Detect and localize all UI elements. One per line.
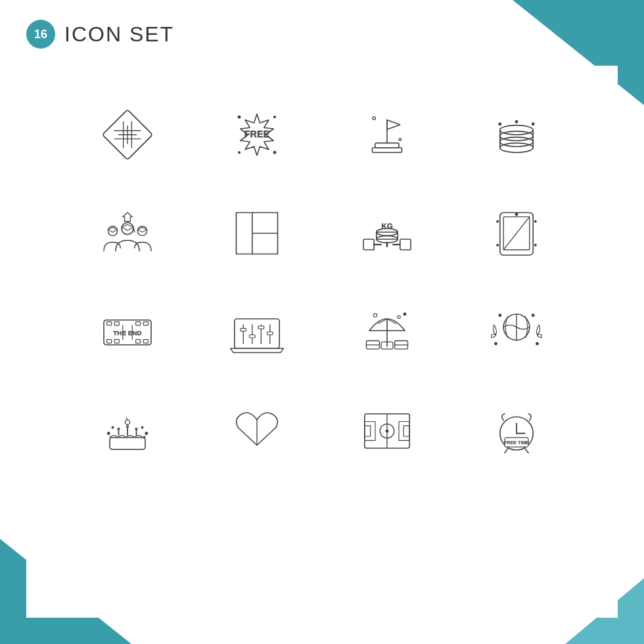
svg-rect-62 bbox=[143, 340, 148, 343]
svg-point-50 bbox=[497, 221, 499, 223]
svg-point-11 bbox=[239, 152, 241, 154]
icon-weight-barbell[interactable]: KG bbox=[325, 191, 449, 276]
svg-line-31 bbox=[133, 227, 135, 232]
svg-line-48 bbox=[503, 217, 530, 250]
svg-point-53 bbox=[535, 244, 537, 246]
icon-layout-grid[interactable] bbox=[196, 191, 319, 276]
svg-point-21 bbox=[500, 131, 533, 141]
svg-point-89 bbox=[532, 314, 535, 317]
svg-point-99 bbox=[145, 432, 148, 435]
icon-alarm-clock[interactable]: FREE TIME bbox=[455, 388, 579, 473]
svg-point-16 bbox=[399, 138, 402, 141]
svg-line-115 bbox=[525, 448, 528, 453]
svg-point-85 bbox=[403, 313, 406, 315]
svg-point-101 bbox=[141, 426, 143, 428]
svg-point-88 bbox=[499, 314, 501, 317]
svg-point-84 bbox=[398, 315, 401, 319]
svg-point-90 bbox=[495, 342, 497, 345]
svg-point-49 bbox=[515, 213, 518, 216]
svg-rect-61 bbox=[135, 340, 140, 343]
icon-tablet-device[interactable] bbox=[455, 191, 579, 276]
icon-coins-roll[interactable] bbox=[455, 92, 579, 177]
icon-beach-umbrella[interactable] bbox=[325, 289, 449, 375]
page-header: 16 ICON SET bbox=[26, 20, 174, 49]
svg-rect-108 bbox=[365, 426, 371, 436]
badge-number: 16 bbox=[26, 20, 55, 49]
svg-rect-56 bbox=[114, 322, 119, 325]
svg-rect-107 bbox=[365, 422, 375, 441]
svg-rect-60 bbox=[114, 340, 119, 343]
icon-birthday-cake[interactable] bbox=[66, 388, 189, 473]
svg-point-100 bbox=[112, 426, 114, 428]
svg-rect-58 bbox=[143, 322, 148, 325]
svg-line-114 bbox=[505, 448, 508, 453]
icon-soccer-field[interactable] bbox=[325, 388, 449, 473]
svg-point-17 bbox=[500, 143, 533, 152]
svg-line-97 bbox=[126, 417, 127, 420]
svg-rect-12 bbox=[372, 148, 402, 152]
svg-point-52 bbox=[535, 221, 537, 223]
svg-point-106 bbox=[386, 430, 388, 432]
icon-free-badge[interactable]: FREE bbox=[196, 92, 319, 177]
svg-point-18 bbox=[500, 137, 533, 147]
icon-flag-goal[interactable] bbox=[325, 92, 449, 177]
svg-rect-68 bbox=[241, 329, 246, 332]
icon-grid-diamond[interactable] bbox=[66, 92, 189, 177]
page-title: ICON SET bbox=[64, 22, 174, 47]
svg-rect-72 bbox=[258, 326, 264, 329]
svg-point-24 bbox=[500, 126, 533, 135]
svg-text:FREE TIME: FREE TIME bbox=[504, 440, 530, 446]
icon-grid: FREE bbox=[66, 92, 578, 473]
svg-point-51 bbox=[497, 244, 499, 246]
svg-rect-74 bbox=[267, 332, 273, 335]
svg-point-28 bbox=[532, 123, 535, 126]
icon-graduation-team[interactable] bbox=[66, 191, 189, 276]
svg-rect-13 bbox=[375, 143, 399, 148]
icon-grid-container: FREE bbox=[26, 66, 618, 618]
svg-rect-44 bbox=[400, 239, 411, 250]
svg-point-27 bbox=[499, 123, 501, 126]
svg-point-15 bbox=[373, 117, 376, 120]
icon-audio-mixer[interactable] bbox=[196, 289, 319, 375]
svg-point-91 bbox=[536, 342, 539, 345]
svg-rect-92 bbox=[110, 438, 145, 449]
svg-rect-110 bbox=[403, 426, 409, 436]
svg-point-29 bbox=[515, 120, 518, 123]
svg-rect-42 bbox=[363, 239, 374, 250]
svg-rect-70 bbox=[250, 335, 256, 338]
icon-film-end[interactable]: THE END bbox=[66, 289, 189, 375]
icon-basketball-award[interactable] bbox=[455, 289, 579, 375]
svg-rect-55 bbox=[106, 322, 111, 325]
svg-rect-57 bbox=[135, 322, 140, 325]
svg-point-8 bbox=[238, 116, 241, 118]
svg-rect-109 bbox=[399, 422, 409, 441]
svg-point-9 bbox=[273, 151, 276, 154]
svg-point-10 bbox=[274, 116, 276, 118]
svg-point-98 bbox=[107, 432, 110, 435]
svg-point-96 bbox=[125, 420, 129, 425]
icon-heart[interactable] bbox=[196, 388, 319, 473]
svg-rect-59 bbox=[106, 340, 111, 343]
svg-text:FREE: FREE bbox=[244, 129, 270, 139]
svg-point-83 bbox=[373, 313, 377, 317]
svg-text:THE END: THE END bbox=[113, 329, 141, 336]
